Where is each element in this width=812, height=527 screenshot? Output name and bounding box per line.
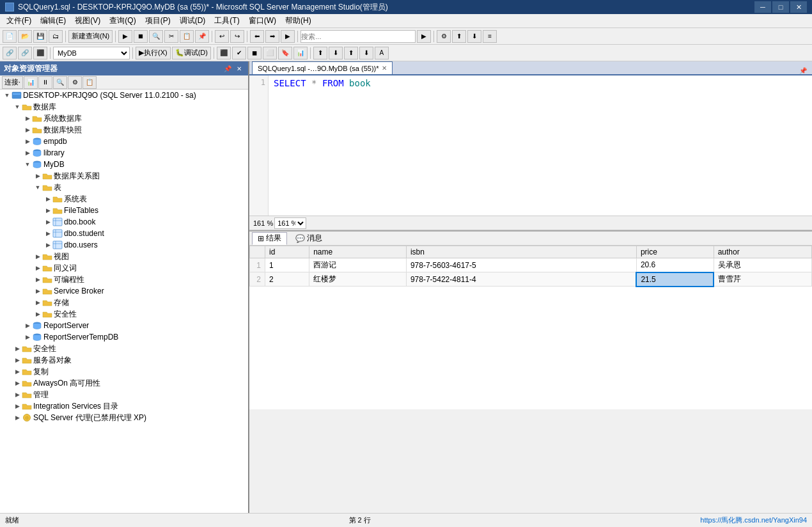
menu-tools[interactable]: 工具(T): [210, 15, 243, 28]
expand-security-mydb[interactable]: ▶: [33, 310, 42, 319]
query-btn-3[interactable]: ◼: [247, 47, 262, 59]
cell-id[interactable]: 1: [265, 258, 309, 272]
cell-author[interactable]: 吴承恩: [714, 258, 811, 272]
tb-btn-2[interactable]: ⏹: [134, 30, 148, 43]
menu-query[interactable]: 查询(Q): [105, 15, 139, 28]
expand-storage[interactable]: ▶: [33, 298, 42, 307]
tree-server[interactable]: ▼ DESKTOP-KPRJQ9O (SQL Server 11.0.2100 …: [0, 90, 248, 101]
expand-filetables[interactable]: ▶: [43, 206, 52, 215]
execute-button[interactable]: ▶ 执行(X): [136, 47, 171, 59]
expand-dbo-book[interactable]: ▶: [43, 217, 52, 226]
tree-security[interactable]: ▶ 安全性: [0, 343, 248, 354]
expand-databases[interactable]: ▼: [13, 102, 22, 111]
tb-btn-7[interactable]: ⬅: [250, 30, 264, 43]
save-all-button[interactable]: 🗂: [49, 30, 63, 43]
expand-dbo-student[interactable]: ▶: [43, 229, 52, 238]
expand-programmability[interactable]: ▶: [33, 275, 42, 284]
minimize-button[interactable]: ─: [754, 1, 771, 13]
query-btn-8[interactable]: ⬇: [329, 47, 343, 59]
sidebar-tb-5[interactable]: 📋: [82, 76, 97, 89]
cell-price[interactable]: 21.5: [636, 272, 714, 287]
tree-replication[interactable]: ▶ 复制: [0, 366, 248, 377]
tree-report-server[interactable]: ▶ ReportServer: [0, 320, 248, 331]
tree-management[interactable]: ▶ 管理: [0, 389, 248, 400]
tree-storage[interactable]: ▶ 存储: [0, 297, 248, 308]
tb-btn-8[interactable]: ➡: [265, 30, 279, 43]
tb-btn-5[interactable]: 📋: [180, 30, 194, 43]
expand-server-objects[interactable]: ▶: [13, 356, 22, 365]
sidebar-tb-3[interactable]: 🔍: [53, 76, 67, 89]
tb-btn-9[interactable]: ▶: [281, 30, 295, 43]
sidebar-close-button[interactable]: ✕: [234, 63, 244, 74]
tree-db-diagrams[interactable]: ▶ 数据库关系图: [0, 170, 248, 182]
toolbar2-btn-3[interactable]: ⬛: [33, 47, 47, 59]
query-btn-5[interactable]: 🔖: [278, 47, 292, 59]
tree-integration-services[interactable]: ▶ Integration Services 目录: [0, 400, 248, 412]
new-file-button[interactable]: 📄: [3, 30, 17, 43]
tb-btn-1[interactable]: ▶: [118, 30, 132, 43]
cell-isbn[interactable]: 978-7-5422-4811-4: [406, 272, 636, 287]
tb-btn-10[interactable]: ⚙: [437, 30, 451, 43]
tab-close-button[interactable]: ✕: [382, 65, 387, 72]
menu-file[interactable]: 文件(F): [3, 15, 35, 28]
zoom-select[interactable]: 161 % 100 % 125 % 150 % 175 % 200 %: [274, 217, 306, 229]
debug-button[interactable]: 🐛 调试(D): [172, 47, 211, 59]
tb-btn-11[interactable]: ⬆: [452, 30, 466, 43]
tree-tables[interactable]: ▼ 表: [0, 182, 248, 193]
tree-system-dbs[interactable]: ▶ 系统数据库: [0, 113, 248, 124]
tb-btn-12[interactable]: ⬇: [467, 30, 481, 43]
expand-server[interactable]: ▼: [3, 91, 12, 100]
cell-author[interactable]: 曹雪芹: [714, 272, 811, 287]
tree-sql-agent[interactable]: ▶ ⚙ SQL Server 代理(已禁用代理 XP): [0, 412, 248, 423]
menu-help[interactable]: 帮助(H): [281, 15, 315, 28]
expand-integration[interactable]: ▶: [13, 402, 22, 411]
table-row[interactable]: 22红楼梦978-7-5422-4811-421.5曹雪芹: [250, 272, 812, 287]
expand-dbo-users[interactable]: ▶: [43, 240, 52, 249]
query-btn-2[interactable]: ✔: [232, 47, 246, 59]
query-btn-6[interactable]: 📊: [293, 47, 308, 59]
open-button[interactable]: 📂: [18, 30, 32, 43]
tree-library[interactable]: ▶ library: [0, 147, 248, 159]
new-query-button[interactable]: 新建查询(N): [68, 30, 113, 43]
save-button[interactable]: 💾: [33, 30, 47, 43]
menu-window[interactable]: 窗口(W): [245, 15, 280, 28]
expand-views[interactable]: ▶: [33, 252, 42, 261]
query-btn-7[interactable]: ⬆: [313, 47, 327, 59]
menu-view[interactable]: 视图(V): [71, 15, 104, 28]
tree-synonyms[interactable]: ▶ 同义词: [0, 262, 248, 274]
search-go-button[interactable]: ▶: [417, 30, 431, 43]
sql-editor[interactable]: 1 SELECT * FROM book: [249, 75, 812, 216]
query-btn-4[interactable]: ⬜: [263, 47, 277, 59]
tree-report-server-temp[interactable]: ▶ ReportServerTempDB: [0, 331, 248, 343]
expand-tables[interactable]: ▼: [33, 183, 42, 192]
sidebar-pin-button[interactable]: 📌: [223, 63, 233, 74]
expand-sql-agent[interactable]: ▶: [13, 413, 22, 422]
tree-empdb[interactable]: ▶ empdb: [0, 136, 248, 147]
tree-programmability[interactable]: ▶ 可编程性: [0, 274, 248, 285]
toolbar2-btn-1[interactable]: 🔗: [3, 47, 17, 59]
cell-name[interactable]: 红楼梦: [309, 272, 407, 287]
tree-db-snapshots[interactable]: ▶ 数据库快照: [0, 124, 248, 136]
expand-replication[interactable]: ▶: [13, 367, 22, 376]
sidebar-tb-2[interactable]: ⏸: [38, 76, 52, 89]
menu-edit[interactable]: 编辑(E): [36, 15, 70, 28]
query-btn-1[interactable]: ⬛: [217, 47, 231, 59]
menu-project[interactable]: 项目(P): [141, 15, 175, 28]
tree-filetables[interactable]: ▶ FileTables: [0, 205, 248, 216]
expand-library[interactable]: ▶: [23, 148, 32, 157]
expand-system-dbs[interactable]: ▶: [23, 114, 32, 123]
undo-button[interactable]: ↩: [215, 30, 229, 43]
expand-service-broker[interactable]: ▶: [33, 287, 42, 295]
toolbar2-btn-2[interactable]: 🔗: [18, 47, 32, 59]
sidebar-tb-4[interactable]: ⚙: [68, 76, 82, 89]
expand-security[interactable]: ▶: [13, 344, 22, 353]
tree-sys-tables[interactable]: ▶ 系统表: [0, 193, 248, 205]
menu-debug[interactable]: 调试(D): [176, 15, 210, 28]
tb-btn-6[interactable]: 📌: [195, 30, 209, 43]
tree-server-objects[interactable]: ▶ 服务器对象: [0, 354, 248, 366]
tree-always-on[interactable]: ▶ AlwaysOn 高可用性: [0, 377, 248, 389]
expand-synonyms[interactable]: ▶: [33, 264, 42, 272]
expand-report-temp[interactable]: ▶: [23, 333, 32, 342]
tree-security-mydb[interactable]: ▶ 安全性: [0, 308, 248, 320]
expand-snapshots[interactable]: ▶: [23, 125, 32, 134]
